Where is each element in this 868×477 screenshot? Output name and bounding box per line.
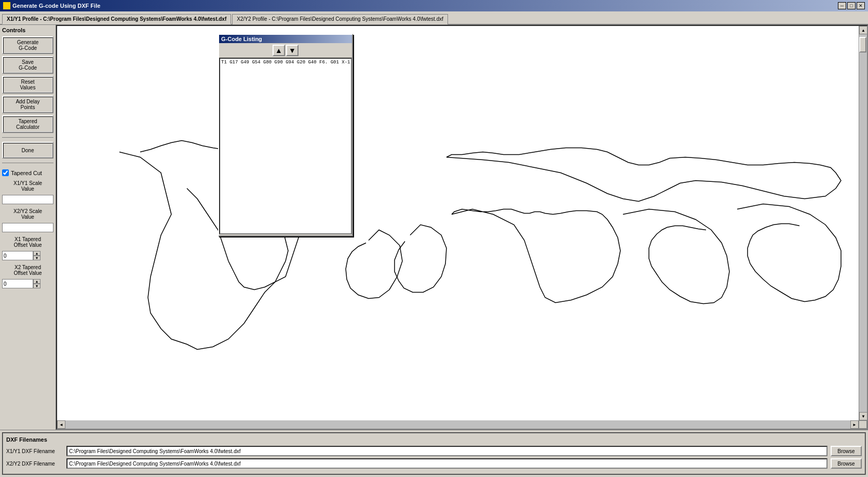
app-icon xyxy=(3,2,10,9)
dxf-xy1-input[interactable] xyxy=(66,446,828,456)
vscroll-thumb[interactable] xyxy=(859,37,866,52)
dxf-xy2-label: X2/Y2 DXF Filename xyxy=(6,461,63,467)
controls-label: Controls xyxy=(2,27,53,33)
separator-2 xyxy=(2,163,53,163)
x1-tapered-up-button[interactable]: ▲ xyxy=(33,251,40,256)
gcode-scroll-down-button[interactable]: ▼ xyxy=(286,45,299,56)
separator-1 xyxy=(2,137,53,138)
tab-bar: X1/Y1 Profile - C:\Program Files\Designe… xyxy=(0,11,868,25)
tapered-cut-label: Tapered Cut xyxy=(11,170,42,176)
xy1-scale-label: X1/Y1 Scale Value xyxy=(2,180,53,192)
tapered-calculator-button[interactable]: Tapered Calculator xyxy=(2,115,53,133)
tab-xy1[interactable]: X1/Y1 Profile - C:\Program Files\Designe… xyxy=(2,14,231,24)
vscroll-up-button[interactable]: ▲ xyxy=(859,26,867,34)
hscroll-left-button[interactable]: ◄ xyxy=(57,420,65,429)
vscroll-down-button[interactable]: ▼ xyxy=(859,412,867,420)
canvas-area: G-Code Listing ▲ ▼ ▲ ▼ ◄ ► xyxy=(56,25,868,430)
dxf-section-title: DXF Filenames xyxy=(6,436,862,443)
profile-canvas xyxy=(57,26,867,429)
scroll-corner xyxy=(859,420,867,429)
gcode-textarea[interactable] xyxy=(219,58,352,234)
dxf-xy1-row: X1/Y1 DXF Filename Browse xyxy=(6,446,862,456)
reset-values-button[interactable]: Reset Values xyxy=(2,76,53,94)
gcode-scroll-up-button[interactable]: ▲ xyxy=(273,45,285,56)
xy1-scale-input[interactable] xyxy=(2,195,53,204)
title-buttons: ─ □ ✕ xyxy=(838,2,865,9)
main-window: X1/Y1 Profile - C:\Program Files\Designe… xyxy=(0,11,868,477)
hscroll-right-button[interactable]: ► xyxy=(850,420,859,429)
dxf-filenames-section: DXF Filenames X1/Y1 DXF Filename Browse … xyxy=(2,432,866,475)
gcode-popup-titlebar: G-Code Listing xyxy=(219,35,352,43)
gcode-popup-title: G-Code Listing xyxy=(221,36,262,42)
xy2-scale-input[interactable] xyxy=(2,223,53,232)
maximize-button[interactable]: □ xyxy=(847,2,856,9)
xy2-scale-label: X2/Y2 Scale Value xyxy=(2,208,53,220)
tapered-cut-checkbox[interactable] xyxy=(2,169,9,176)
dxf-xy1-browse-button[interactable]: Browse xyxy=(831,446,862,456)
close-button[interactable]: ✕ xyxy=(857,2,865,9)
x1-tapered-down-button[interactable]: ▼ xyxy=(33,256,40,260)
done-button[interactable]: Done xyxy=(2,142,53,158)
x2-tapered-down-button[interactable]: ▼ xyxy=(33,284,40,288)
content-area: Controls Generate G-Code Save G-Code Res… xyxy=(0,25,868,430)
add-delay-points-button[interactable]: Add Delay Points xyxy=(2,96,53,113)
minimize-button[interactable]: ─ xyxy=(838,2,846,9)
x2-tapered-input[interactable] xyxy=(2,279,33,288)
gcode-popup-controls: ▲ ▼ xyxy=(219,43,352,58)
dxf-xy2-row: X2/Y2 DXF Filename Browse xyxy=(6,458,862,469)
tab-xy2[interactable]: X2/Y2 Profile - C:\Program Files\Designe… xyxy=(232,14,448,24)
bottom-area: DXF Filenames X1/Y1 DXF Filename Browse … xyxy=(0,430,868,477)
x1-tapered-label: X1 Tapered Offset Value xyxy=(2,236,53,248)
tapered-cut-row: Tapered Cut xyxy=(2,169,53,176)
x2-tapered-label: X2 Tapered Offset Value xyxy=(2,264,53,276)
dxf-xy1-label: X1/Y1 DXF Filename xyxy=(6,448,63,454)
dxf-xy2-input[interactable] xyxy=(66,458,828,469)
x2-tapered-spinbox: ▲ ▼ xyxy=(2,279,53,288)
generate-gcode-button[interactable]: Generate G-Code xyxy=(2,36,53,54)
x2-tapered-up-button[interactable]: ▲ xyxy=(33,279,40,284)
title-bar: Generate G-code Using DXF File ─ □ ✕ xyxy=(0,0,868,11)
x1-tapered-input[interactable] xyxy=(2,251,33,260)
x1-tapered-spinbox: ▲ ▼ xyxy=(2,251,53,260)
canvas-vscrollbar: ▲ ▼ xyxy=(859,26,867,420)
gcode-popup: G-Code Listing ▲ ▼ xyxy=(218,34,353,236)
dxf-xy2-browse-button[interactable]: Browse xyxy=(831,458,862,469)
canvas-hscrollbar: ◄ ► xyxy=(57,420,859,429)
title-text: Generate G-code Using DXF File xyxy=(12,3,100,9)
save-gcode-button[interactable]: Save G-Code xyxy=(2,56,53,74)
controls-panel: Controls Generate G-Code Save G-Code Res… xyxy=(0,25,56,430)
